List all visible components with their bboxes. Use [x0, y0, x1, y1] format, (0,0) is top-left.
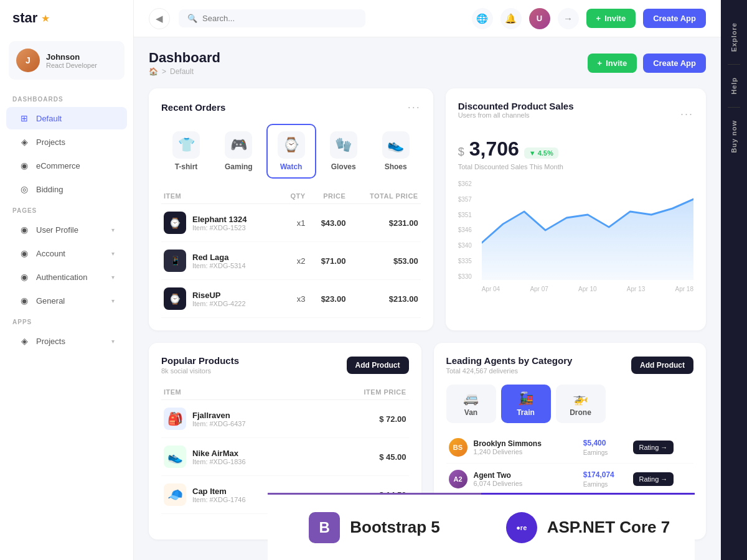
- tab-train[interactable]: 🚂 Train: [501, 385, 551, 423]
- agent-deliveries: 6,074 Deliveries: [474, 480, 523, 487]
- logo-icon: star: [12, 10, 37, 26]
- sidebar-item-user-profile[interactable]: ◉ User Profile ▾: [6, 218, 127, 241]
- agent-avatar: BS: [449, 438, 467, 457]
- create-app-button[interactable]: Create App: [643, 9, 706, 28]
- item-cell: ⌚ Elephant 1324 Item: #XDG-1523: [164, 212, 278, 234]
- rating-button[interactable]: Rating →: [633, 441, 674, 454]
- x-label: Apr 18: [675, 286, 693, 292]
- watch-icon: ⌚: [278, 131, 305, 159]
- agents-add-product-button[interactable]: Add Product: [631, 357, 693, 374]
- item-cell: ⌚ RiseUP Item: #XDG-4222: [164, 287, 278, 310]
- sidebar-item-ecommerce[interactable]: ◉ eCommerce: [6, 154, 127, 177]
- table-row: ⌚ Elephant 1324 Item: #XDG-1523 x1 $43.0…: [161, 204, 421, 242]
- global-icon-button[interactable]: 🌐: [472, 8, 493, 29]
- chevron-down-icon: ▾: [111, 274, 115, 281]
- chart-svg-wrapper: [482, 180, 693, 280]
- col-item: ITEM: [161, 189, 281, 204]
- bootstrap-overlay: B Bootstrap 5: [268, 493, 481, 560]
- item-watch-icon: ⌚: [164, 212, 186, 234]
- breadcrumb: 🏠 > Default: [149, 67, 220, 76]
- table-row: 👟 Nike AirMax Item: #XDG-1836 $ 45.00: [161, 438, 409, 476]
- breadcrumb-sep: >: [162, 67, 166, 76]
- general-icon: ◉: [19, 295, 30, 306]
- sidebar-item-label: Authentication: [36, 273, 87, 282]
- pages-section-label: PAGES: [0, 201, 133, 218]
- tshirt-icon: 👕: [172, 131, 200, 159]
- tab-drone[interactable]: 🚁 Drone: [556, 385, 606, 423]
- earnings-label: Earnings: [583, 449, 608, 456]
- sidebar-collapse-button[interactable]: ◀: [149, 8, 170, 29]
- tab-watch[interactable]: ⌚ Watch: [266, 124, 316, 179]
- table-row: BS Brooklyn Simmons 1,240 Deliveries $5,…: [446, 432, 694, 464]
- item-price: $43.00: [308, 204, 349, 242]
- breadcrumb-current: Default: [170, 67, 194, 76]
- topbar: ◀ 🔍 🌐 🔔 U → + Invite Create App: [134, 0, 721, 37]
- user-avatar-button[interactable]: U: [529, 8, 550, 29]
- asp-icon: ●re: [506, 512, 537, 543]
- tab-watch-label: Watch: [280, 162, 303, 171]
- sidebar-item-authentication[interactable]: ◉ Authentication ▾: [6, 266, 127, 288]
- y-label: $335: [458, 258, 472, 264]
- search-input[interactable]: [202, 14, 357, 23]
- item-price: $23.00: [308, 280, 349, 318]
- add-product-button[interactable]: Add Product: [347, 357, 409, 374]
- account-icon: ◉: [19, 248, 30, 259]
- item-price: $71.00: [308, 242, 349, 280]
- header-create-app-button[interactable]: Create App: [643, 54, 706, 73]
- tab-gloves[interactable]: 🧤 Gloves: [319, 124, 369, 179]
- tab-gaming[interactable]: 🎮 Gaming: [214, 124, 264, 179]
- notification-icon-button[interactable]: 🔔: [500, 8, 522, 29]
- backpack-icon: 🎒: [164, 408, 186, 430]
- category-tabs: 👕 T-shirt 🎮 Gaming ⌚ Watch 🧤 Gloves: [161, 124, 421, 179]
- header-invite-button[interactable]: + Invite: [588, 54, 637, 73]
- sales-menu-dots-icon[interactable]: ···: [680, 108, 693, 121]
- col-price: ITEM PRICE: [321, 385, 408, 400]
- sidebar-profile[interactable]: J Johnson React Developer: [9, 41, 125, 80]
- sidebar-item-label: eCommerce: [36, 161, 80, 170]
- tab-van[interactable]: 🚐 Van: [446, 385, 496, 423]
- content: Dashboard 🏠 > Default + Invite Create Ap…: [134, 37, 721, 560]
- item-price: $ 72.00: [321, 400, 408, 438]
- item-cell: 🎒 Fjallraven Item: #XDG-6437: [164, 408, 319, 430]
- train-icon: 🚂: [518, 391, 533, 406]
- item-qty: x2: [281, 242, 308, 280]
- sidebar-item-label: General: [36, 296, 65, 306]
- explore-panel-item[interactable]: Explore: [725, 12, 743, 62]
- profile-name: Johnson: [46, 52, 97, 62]
- search-box[interactable]: 🔍: [179, 9, 365, 27]
- buy-now-panel-item[interactable]: Buy now: [725, 110, 743, 163]
- overlay-bar: B Bootstrap 5 ●re ASP.NET Core 7: [268, 493, 695, 560]
- menu-dots-icon[interactable]: ···: [408, 101, 421, 114]
- tab-shoes[interactable]: 👟 Shoes: [371, 124, 421, 179]
- discounted-sales-card: Discounted Product Sales Users from all …: [446, 88, 706, 330]
- panel-divider: [728, 64, 740, 65]
- sidebar-item-general[interactable]: ◉ General ▾: [6, 289, 127, 312]
- sidebar-item-projects[interactable]: ◈ Projects: [6, 131, 127, 153]
- sales-badge: ▼ 4.5%: [524, 147, 558, 159]
- profile-role: React Developer: [46, 62, 97, 69]
- help-panel-item[interactable]: Help: [725, 67, 743, 105]
- ecommerce-icon: ◉: [19, 160, 30, 171]
- agents-tabs: 🚐 Van 🚂 Train 🚁 Drone: [446, 385, 694, 423]
- item-id: Item: #XDG-4222: [192, 300, 246, 307]
- tab-tshirt[interactable]: 👕 T-shirt: [161, 124, 211, 179]
- item-info: Red Laga Item: #XDG-5314: [192, 253, 246, 269]
- search-icon: 🔍: [187, 14, 197, 23]
- rating-button[interactable]: Rating →: [633, 472, 674, 486]
- sidebar-item-bidding[interactable]: ◎ Bidding: [6, 178, 127, 200]
- sidebar-item-default[interactable]: ⊞ Default: [6, 107, 127, 129]
- shoes-icon: 👟: [382, 131, 410, 159]
- sidebar-item-account[interactable]: ◉ Account ▾: [6, 242, 127, 264]
- item-qty: x1: [281, 204, 308, 242]
- agent-earnings: $174,074: [583, 470, 614, 479]
- invite-button[interactable]: + Invite: [586, 9, 636, 28]
- drone-icon: 🚁: [573, 391, 588, 406]
- gaming-icon: 🎮: [225, 131, 252, 159]
- y-label: $346: [458, 226, 472, 233]
- apps-section-label: APPS: [0, 312, 133, 329]
- dashboards-section-label: DASHBOARDS: [0, 90, 133, 106]
- item-id: Item: #XDG-1836: [192, 458, 246, 465]
- agents-title: Leading Agents by Category: [446, 355, 573, 366]
- sidebar-item-projects-app[interactable]: ◈ Projects ▾: [6, 330, 127, 352]
- arrow-right-icon-button[interactable]: →: [558, 8, 579, 29]
